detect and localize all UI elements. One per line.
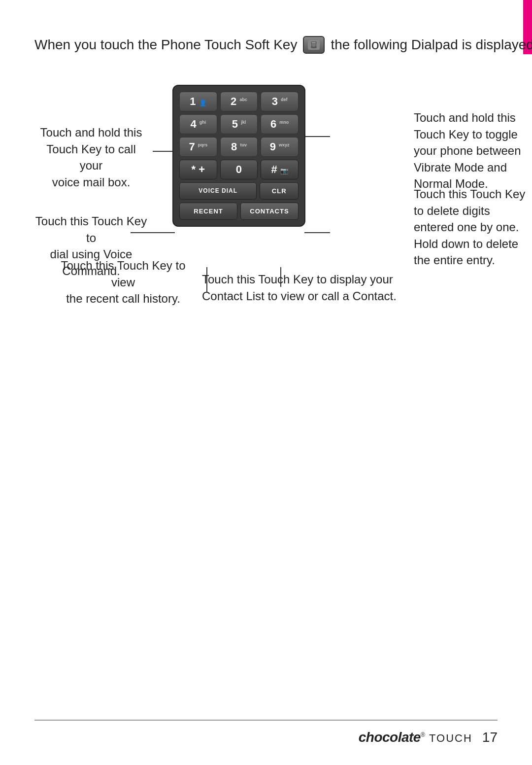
dialpad-btn-row-1: VOICE DIAL CLR: [179, 182, 299, 200]
dial-key-3[interactable]: 3 def: [261, 92, 299, 111]
dial-key-5[interactable]: 5 jkl: [220, 114, 258, 134]
footer: chocolate® TOUCH 17: [34, 720, 498, 745]
intro-paragraph: When you touch the Phone Touch Soft Key …: [34, 35, 532, 55]
intro-text-before: When you touch the Phone Touch Soft Key: [34, 35, 297, 55]
annotation-contacts: Touch this Touch Key to display your Con…: [202, 271, 483, 304]
dial-key-star[interactable]: * +: [179, 160, 217, 179]
dial-key-1[interactable]: 1 👤: [179, 92, 217, 111]
dial-key-0[interactable]: 0: [220, 160, 258, 179]
annotation-voicemail: Touch and hold this Touch Key to call yo…: [34, 124, 148, 190]
annotation-clr: Touch this Touch Key to delete digits en…: [414, 186, 532, 269]
phone-soft-key-icon: [303, 36, 325, 54]
dial-key-8[interactable]: 8 tuv: [220, 137, 258, 157]
recent-button[interactable]: RECENT: [179, 203, 237, 220]
svg-point-1: [312, 43, 316, 47]
dialpad-btn-row-2: RECENT CONTACTS: [179, 203, 299, 220]
clr-button[interactable]: CLR: [260, 182, 299, 200]
voice-dial-button[interactable]: VOICE DIAL: [179, 182, 257, 200]
dial-key-6[interactable]: 6 mno: [261, 114, 299, 134]
brand-name: chocolate® TOUCH: [359, 730, 472, 745]
dial-key-2[interactable]: 2 abc: [220, 92, 258, 111]
dialpad-number-grid: 1 👤 2 abc 3 def 4 ghi 5 jkl 6 mno: [179, 92, 299, 157]
dial-key-4[interactable]: 4 ghi: [179, 114, 217, 134]
dial-key-hash[interactable]: # 📷: [261, 160, 299, 179]
dialpad: 1 👤 2 abc 3 def 4 ghi 5 jkl 6 mno: [172, 85, 305, 227]
dial-key-7[interactable]: 7 pqrs: [179, 137, 217, 157]
dial-key-9[interactable]: 9 wxyz: [261, 137, 299, 157]
annotation-vibrate: Touch and hold this Touch Key to toggle …: [414, 109, 532, 192]
page-number: 17: [482, 730, 498, 745]
dialpad-special-row: * + 0 # 📷: [179, 160, 299, 179]
contacts-button[interactable]: CONTACTS: [240, 203, 299, 220]
intro-text-after: the following Dialpad is displayed:: [331, 35, 532, 55]
annotation-recent: Touch this Touch Key to view the recent …: [49, 257, 197, 307]
